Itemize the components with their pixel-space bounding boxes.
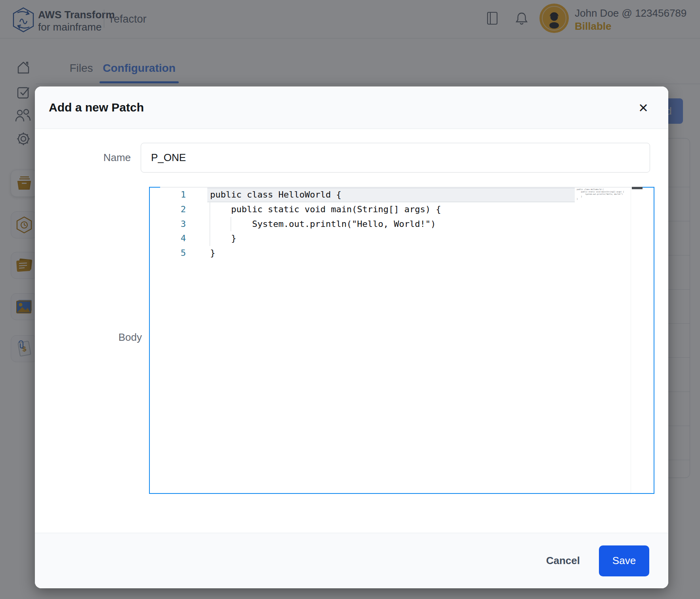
- indent-guide: [210, 202, 210, 246]
- editor-top-edge: [160, 187, 632, 188]
- line-number: 2: [150, 202, 186, 217]
- line-number: 1: [150, 188, 186, 202]
- code-line: 5 }: [150, 246, 654, 261]
- add-patch-modal: Add a new Patch ✕ Name Body 1 public cla…: [35, 86, 668, 588]
- code-line: 2 public static void main(String[] args)…: [150, 202, 654, 217]
- code-line: 3 System.out.println("Hello, World!"): [150, 217, 654, 232]
- cancel-button[interactable]: Cancel: [546, 555, 580, 567]
- code-text: public static void main(String[] args) {: [210, 202, 441, 217]
- code-text: }: [210, 246, 215, 261]
- name-input[interactable]: [141, 143, 650, 173]
- code-text: public class HelloWorld {: [210, 188, 341, 202]
- code-text: }: [210, 231, 236, 246]
- code-text: System.out.println("Hello, World!"): [210, 217, 436, 232]
- modal-title: Add a new Patch: [49, 101, 144, 114]
- app-root: AWS Transform for mainframe refactor Joh…: [0, 0, 700, 599]
- name-label: Name: [35, 143, 131, 173]
- modal-header: Add a new Patch ✕: [35, 86, 668, 129]
- patch-body-code-editor[interactable]: 1 public class HelloWorld { 2 public sta…: [149, 187, 654, 494]
- line-number: 4: [150, 231, 186, 246]
- modal-footer: Cancel Save: [35, 533, 668, 588]
- indent-guide: [231, 217, 231, 232]
- scrollbar-thumb[interactable]: [632, 187, 643, 189]
- code-line: 4 }: [150, 231, 654, 246]
- body-label: Body: [35, 330, 142, 344]
- editor-minimap[interactable]: public class HelloWorld { public static …: [577, 188, 624, 200]
- line-number: 3: [150, 217, 186, 232]
- save-button[interactable]: Save: [599, 545, 649, 576]
- close-icon[interactable]: ✕: [635, 100, 652, 117]
- line-number: 5: [150, 246, 186, 261]
